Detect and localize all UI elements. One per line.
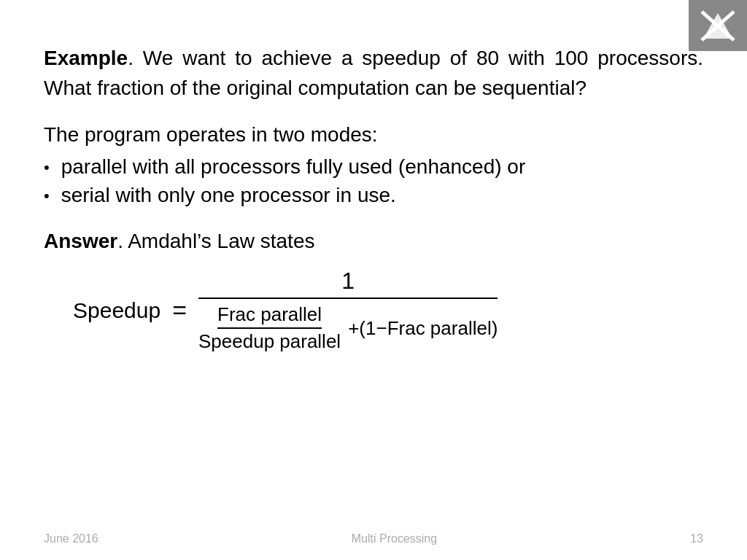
bullet-dot: • xyxy=(44,184,50,208)
plus-term: +(1−Frac parallel) xyxy=(348,317,498,340)
list-item: • parallel with all processors fully use… xyxy=(44,155,703,179)
list-item: • serial with only one processor in use. xyxy=(44,184,703,208)
example-bold-label: Example xyxy=(44,47,128,69)
bullet-dot: • xyxy=(44,155,50,179)
formula: Speedup = 1 Frac parallel Speedup parall… xyxy=(73,268,703,353)
footer-title: Multi Processing xyxy=(352,532,437,545)
modes-intro: The program operates in two modes: xyxy=(44,123,703,147)
denom-frac-denominator: Speedup parallel xyxy=(198,329,341,353)
bullet-list: • parallel with all processors fully use… xyxy=(44,155,703,208)
main-content: Example. We want to achieve a speedup of… xyxy=(44,44,703,353)
footer: June 2016 Multi Processing 13 xyxy=(0,532,747,545)
answer-section: Answer. Amdahl’s Law states Speedup = 1 … xyxy=(44,230,703,353)
answer-line: Answer. Amdahl’s Law states xyxy=(44,230,703,253)
fraction-denominator: Frac parallel Speedup parallel +(1−Frac … xyxy=(198,299,498,353)
answer-text: . Amdahl’s Law states xyxy=(117,230,314,252)
denom-frac-numerator: Frac parallel xyxy=(217,303,322,329)
example-text: . We want to achieve a speedup of 80 wit… xyxy=(44,47,703,99)
denom-inner-fraction: Frac parallel Speedup parallel xyxy=(198,303,341,353)
slide: Example. We want to achieve a speedup of… xyxy=(0,0,747,560)
formula-equals: = xyxy=(172,296,187,324)
example-paragraph: Example. We want to achieve a speedup of… xyxy=(44,44,703,103)
footer-page-number: 13 xyxy=(690,532,703,545)
main-fraction: 1 Frac parallel Speedup parallel +(1−Fra… xyxy=(198,268,498,353)
logo xyxy=(689,0,747,51)
bullet-text-1: parallel with all processors fully used … xyxy=(61,155,526,179)
footer-date: June 2016 xyxy=(44,532,98,545)
bullet-text-2: serial with only one processor in use. xyxy=(61,184,396,207)
formula-lhs: Speedup xyxy=(73,298,160,323)
answer-bold-label: Answer xyxy=(44,230,117,252)
fraction-numerator: 1 xyxy=(341,268,355,298)
